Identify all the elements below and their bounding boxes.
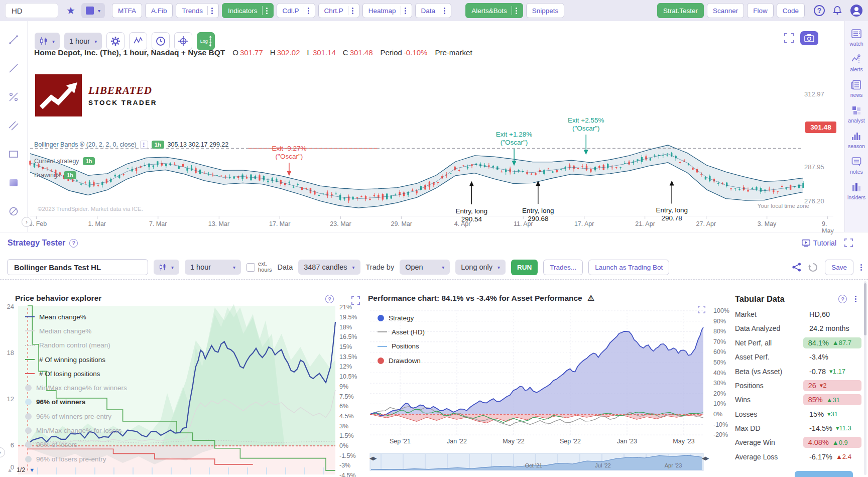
indicator-row-bollinger[interactable]: Bollinger Bands ® (20, 2, 2, 0, close) 1… (34, 141, 228, 149)
toolbar-button-afib[interactable]: A.Fib (145, 3, 173, 18)
indicator-row-drawings[interactable]: Drawings1h (34, 171, 76, 179)
toolbar-button-alertsbots[interactable]: Alerts&Bots (465, 3, 523, 18)
table-row[interactable]: Positions26▾2 (735, 379, 861, 393)
interval-select[interactable]: 1 hour▾ (64, 33, 102, 50)
table-row[interactable]: Wins85%▲31 (735, 393, 861, 407)
toolbar-button-code[interactable]: Code (777, 3, 805, 18)
share-icon[interactable] (792, 263, 801, 272)
run-button[interactable]: RUN (511, 260, 538, 275)
explorer-legend-item[interactable]: 96% of winners (25, 395, 127, 409)
sidebar-item-analyst[interactable]: analyst (848, 105, 864, 124)
button-menu-icon[interactable] (207, 6, 213, 15)
user-avatar[interactable] (850, 4, 863, 17)
filled-rectangle-icon[interactable] (4, 173, 24, 193)
clock-icon[interactable] (152, 32, 170, 50)
sidebar-item-season[interactable]: season (848, 131, 865, 149)
toolbar-button-mtfa[interactable]: MTFA (112, 3, 142, 18)
performance-legend-item[interactable]: Positions (378, 339, 425, 353)
direction-select[interactable]: Long only▾ (455, 260, 506, 275)
log-scale-button[interactable]: Log (197, 32, 215, 50)
table-row[interactable]: MarketHD,60 (735, 307, 861, 321)
launch-trading-bot-button[interactable]: Launch as Trading Bot (588, 260, 669, 275)
expand-icon[interactable] (844, 238, 853, 247)
settings-gear-icon[interactable] (106, 32, 125, 50)
explorer-legend-item[interactable]: 96% of losers (25, 438, 127, 452)
percent-line-icon[interactable] (4, 87, 24, 107)
performance-legend-item[interactable]: Strategy (378, 311, 425, 325)
toolbar-button-flow[interactable]: Flow (747, 3, 774, 18)
tester-chart-type-select[interactable]: ▾ (154, 260, 179, 275)
help-icon[interactable]: ? (838, 295, 847, 303)
expand-chevron-icon[interactable]: › (0, 447, 5, 457)
toolbar-button-indicators[interactable]: Indicators (222, 3, 274, 18)
checkbox-icon[interactable] (246, 263, 255, 272)
button-menu-icon[interactable] (348, 6, 353, 15)
help-icon[interactable]: ? (69, 239, 78, 248)
table-row[interactable]: Average Win4.08%▲0.9 (735, 435, 861, 449)
sidebar-item-notes[interactable]: notes (850, 156, 863, 175)
notifications-bell-icon[interactable] (832, 5, 843, 16)
explorer-legend-item[interactable]: # Of losing positions (25, 367, 127, 381)
trendline-icon[interactable] (4, 30, 24, 50)
sidebar-item-alerts[interactable]: alerts (850, 54, 863, 72)
explorer-legend-item[interactable]: # Of winning positions (25, 352, 127, 367)
button-menu-icon[interactable] (304, 6, 309, 15)
page-down-icon[interactable]: ▼ (29, 467, 35, 473)
button-menu-icon[interactable] (401, 6, 406, 15)
history-refresh-icon[interactable] (808, 263, 818, 272)
collapse-chevron-icon[interactable]: › (22, 217, 32, 227)
timezone-label[interactable]: Your local time zone (758, 203, 809, 209)
explorer-legend-item[interactable]: Median change% (25, 324, 127, 338)
table-row[interactable]: Data Analyzed24.2 months (735, 321, 861, 335)
explorer-legend-item[interactable]: 96% of winners pre-entry (25, 409, 127, 423)
range-handle-left[interactable]: ◀▶ (369, 455, 376, 461)
rectangle-icon[interactable] (4, 144, 24, 164)
sidebar-item-news[interactable]: news (850, 79, 863, 98)
zigzag-indicator-icon[interactable] (129, 32, 147, 50)
performance-legend-item[interactable]: Asset (HD) (378, 325, 425, 339)
ray-line-icon[interactable] (4, 58, 24, 78)
table-row[interactable]: Max DD-14.5%▾11.3 (735, 421, 861, 435)
toolbar-button-trends[interactable]: Trends (176, 3, 219, 18)
ext-hours-checkbox[interactable]: ext.hours (246, 261, 272, 273)
tester-interval-select[interactable]: 1 hour▾ (185, 260, 241, 275)
toolbar-button-snippets[interactable]: Snippets (526, 3, 565, 18)
table-row[interactable]: Net Perf, all84.1%▲87.7 (735, 336, 861, 350)
tutorial-link[interactable]: Tutorial (802, 239, 836, 247)
sidebar-item-insiders[interactable]: insiders (847, 182, 865, 200)
trades-button[interactable]: Trades... (543, 260, 583, 275)
toolbar-button-scanner[interactable]: Scanner (707, 3, 744, 18)
favorite-star-icon[interactable]: ★ (66, 5, 75, 17)
date-axis[interactable]: 23. Feb1. Mar7. Mar13. Mar17. Mar23. Mar… (30, 216, 833, 230)
button-menu-icon[interactable] (512, 6, 517, 15)
color-swatch-button[interactable]: ▾ (81, 3, 105, 18)
toolbar-button-heatmap[interactable]: Heatmap (362, 3, 412, 18)
explorer-legend-item[interactable]: Mean change% (25, 310, 127, 324)
table-row[interactable]: Asset Perf.-3.4% (735, 350, 861, 364)
chart-type-select[interactable]: ▾ (35, 33, 60, 50)
indicator-row-strategy[interactable]: Current strategy1h (34, 157, 95, 165)
help-icon[interactable]: ? (814, 5, 825, 16)
scrollbar-thumb[interactable] (864, 283, 866, 335)
crosshair-icon[interactable] (174, 32, 192, 50)
strategy-name-input[interactable]: Bollinger Bands Test HL (7, 259, 148, 275)
screenshot-camera-icon[interactable] (800, 31, 818, 45)
explorer-legend-item[interactable]: 96% of losers pre-entry (25, 452, 127, 466)
table-row[interactable]: Beta (vs Asset)-0.78▾1.17 (735, 364, 861, 378)
toolbar-button-chrtp[interactable]: Chrt.P (318, 3, 359, 18)
ellipse-icon[interactable] (4, 201, 24, 221)
explorer-legend-item[interactable]: Min/Max change% for losers (25, 423, 127, 437)
save-button[interactable]: Save (825, 260, 853, 275)
range-handle-right[interactable]: ◀▶ (702, 455, 708, 461)
fullscreen-icon[interactable] (698, 306, 705, 313)
button-menu-icon[interactable] (262, 6, 268, 15)
chat-widget[interactable] (795, 471, 853, 477)
button-menu-icon[interactable] (440, 6, 445, 15)
symbol-input[interactable]: HD (5, 3, 58, 18)
toolbar-button-strattester[interactable]: Strat.Tester (657, 3, 704, 18)
explorer-legend-item[interactable]: Random control (mean) (25, 338, 127, 352)
explorer-legend-item[interactable]: Min/Max change% for winners (25, 381, 127, 395)
trade-by-select[interactable]: Open▾ (400, 260, 450, 275)
fullscreen-icon[interactable] (784, 33, 794, 43)
indicator-menu-icon[interactable] (140, 141, 148, 149)
